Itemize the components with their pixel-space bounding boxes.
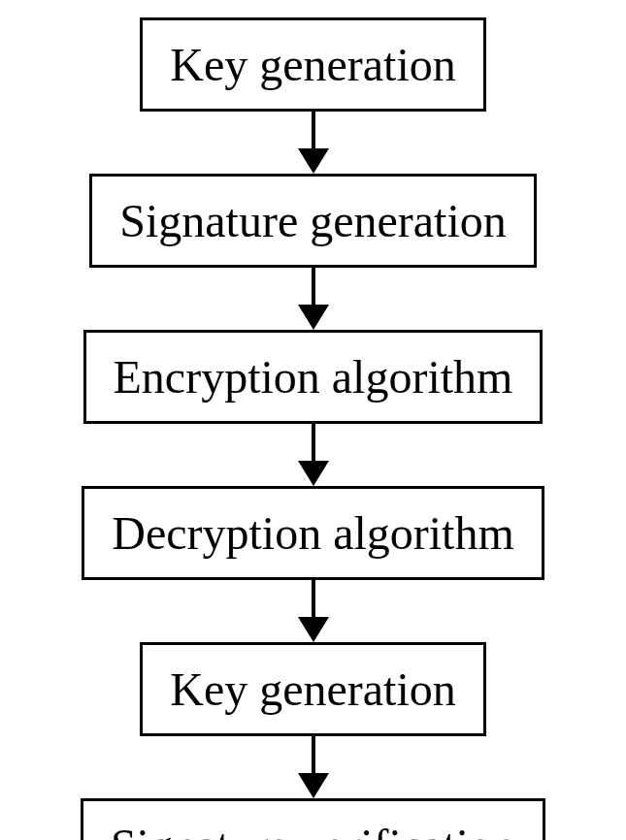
step-box-encryption-algorithm: Encryption algorithm <box>83 330 544 424</box>
step-label: Encryption algorithm <box>114 350 513 404</box>
step-box-decryption-algorithm: Decryption algorithm <box>82 486 544 580</box>
step-label: Key generation <box>170 38 456 91</box>
arrow-down-icon <box>298 112 329 174</box>
step-box-signature-generation: Signature generation <box>89 174 537 268</box>
step-box-key-generation-2: Key generation <box>140 642 486 736</box>
step-label: Key generation <box>170 662 456 716</box>
arrow-down-icon <box>298 580 329 642</box>
step-label: Decryption algorithm <box>112 506 514 560</box>
step-label: Signature verification <box>111 819 515 840</box>
step-box-key-generation-1: Key generation <box>140 17 486 112</box>
arrow-down-icon <box>298 268 329 330</box>
arrow-down-icon <box>298 736 329 798</box>
step-box-signature-verification: Signature verification <box>81 798 545 840</box>
arrow-down-icon <box>298 424 329 486</box>
step-label: Signature generation <box>119 194 507 247</box>
